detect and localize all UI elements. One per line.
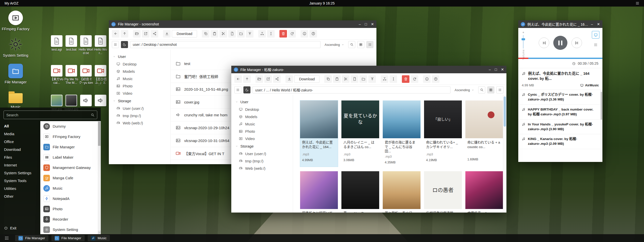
category-media[interactable]: Media: [0, 130, 40, 138]
desktop-icon-system-setting[interactable]: System Setting: [2, 37, 30, 57]
sidebar-header-user[interactable]: User: [231, 98, 293, 106]
close-button[interactable]: ✕: [371, 22, 374, 26]
file-card[interactable]: 君が夜の海に還るまで _ こんにちは谷田... .mp3 4.35MB: [383, 100, 421, 167]
upload-button[interactable]: [246, 30, 253, 38]
playlist-item[interactable]: HAPPY BIRTHDAY _ back number cover. by 柘…: [518, 105, 600, 120]
sidebar-item-models[interactable]: Models: [109, 68, 170, 75]
sidebar-item-tmp-drive[interactable]: tmp (tmp:/): [109, 112, 170, 119]
new-file-button[interactable]: [351, 75, 358, 83]
search-button[interactable]: [478, 86, 485, 93]
volume-plus[interactable]: +: [522, 30, 524, 34]
list-menu-button[interactable]: [234, 86, 241, 93]
scrollbar-thumb[interactable]: [98, 122, 101, 146]
category-system-tools[interactable]: System Tools: [0, 177, 40, 185]
refresh-button[interactable]: [288, 30, 296, 38]
breadcrumb[interactable]: user: / Desktop / screenshot: [130, 41, 320, 48]
file-card[interactable]: 「寂しい」 命に嫌われている+ _ カンザキイオリ... .mp3 4.19MB: [424, 100, 462, 167]
paste-button[interactable]: [211, 30, 218, 38]
maximize-button[interactable]: □: [495, 68, 497, 71]
scrollbar[interactable]: [600, 90, 602, 162]
desktop-file[interactable]: Hello World.txt: [79, 35, 93, 65]
system-menu-title[interactable]: My ArOZ: [5, 1, 18, 5]
help-button[interactable]: [309, 30, 317, 38]
category-all[interactable]: All: [0, 122, 40, 130]
minimize-button[interactable]: –: [591, 22, 593, 26]
sidebar-item-video[interactable]: Video: [231, 135, 293, 142]
scrollbar-thumb[interactable]: [601, 92, 602, 120]
sidebar-header-storage[interactable]: Storage: [231, 142, 293, 150]
grid-view-button[interactable]: [487, 86, 494, 93]
app-item-manga-cafe[interactable]: Manga Cafe: [40, 173, 98, 183]
dark-mode-button[interactable]: [243, 86, 250, 93]
desktop-file[interactable]: test.agi: [49, 35, 64, 65]
category-other[interactable]: Other: [0, 192, 40, 200]
desktop-icon-file-manager[interactable]: File Manager: [2, 64, 30, 84]
sidebar-item-music[interactable]: Music: [109, 75, 170, 82]
file-card[interactable]: 命に嫌われている + acoustic co... 1.69MB: [465, 100, 503, 167]
sidebar-item-models[interactable]: Models: [231, 113, 293, 120]
title-bar[interactable]: 例えば、今此処に置かれた花に _ 164 c... – ✕: [518, 20, 602, 28]
app-item-photo[interactable]: Photo: [40, 204, 98, 214]
delete-button[interactable]: [402, 75, 409, 83]
delete-button[interactable]: [279, 30, 287, 38]
desktop-icon-ffmpeg-factory[interactable]: FFmpeg Factory: [2, 11, 30, 31]
cut-button[interactable]: [219, 30, 227, 38]
back-button[interactable]: [234, 75, 242, 83]
cast-button[interactable]: [592, 31, 599, 39]
paste-button[interactable]: [333, 75, 341, 83]
share-button[interactable]: [273, 75, 281, 83]
list-view-button[interactable]: [496, 86, 503, 93]
up-button[interactable]: [121, 30, 128, 38]
open-in-new-button[interactable]: [264, 75, 272, 83]
download-icon-button[interactable]: [163, 30, 171, 38]
sidebar-item-user-drive[interactable]: User (user:/): [109, 105, 170, 112]
next-button[interactable]: [571, 38, 582, 48]
app-item-label-maker[interactable]: Label Maker: [40, 152, 98, 162]
download-button[interactable]: Download: [294, 75, 319, 83]
app-item-file-manager[interactable]: File Manager: [40, 142, 98, 152]
taskbar-task-file-manager-1[interactable]: File Manager: [15, 235, 48, 241]
title-bar[interactable]: File Manager - 柘榴-zakuro- – □ ✕: [231, 66, 506, 73]
playlist-item[interactable]: In Your Hands _ yusukeP cover. by 柘榴-zak…: [518, 120, 600, 134]
topbar-menu-icon[interactable]: [635, 1, 639, 5]
back-button[interactable]: [112, 30, 119, 38]
desktop-file[interactable]: Fly Me To The M...: [64, 65, 79, 95]
help-button[interactable]: [432, 75, 439, 83]
volume-handle[interactable]: [522, 38, 525, 40]
category-files[interactable]: Files: [0, 153, 40, 161]
desktop-icon-music[interactable]: Music: [2, 90, 30, 109]
sort-select[interactable]: Ascending: [453, 88, 476, 92]
sort-select[interactable]: Ascending: [323, 43, 346, 47]
sidebar-item-web-drive[interactable]: Web (web:/): [109, 119, 170, 127]
copy-button[interactable]: [202, 30, 209, 38]
open-button[interactable]: [255, 75, 263, 83]
sidebar-item-desktop[interactable]: Desktop: [231, 106, 293, 113]
rename-button[interactable]: [390, 75, 397, 83]
file-card[interactable]: 夏を見ているかな 八月のレイニー _ はるまきごはん co... .mp3 3.…: [341, 100, 379, 167]
taskbar-task-music[interactable]: Music: [88, 235, 110, 241]
sidebar-header-storage[interactable]: Storage: [109, 97, 170, 105]
refresh-button[interactable]: [411, 75, 418, 83]
breadcrumb[interactable]: user: / ... / Hello World / 柘榴-zakuro-: [252, 86, 450, 93]
minimize-button[interactable]: –: [359, 22, 361, 26]
up-button[interactable]: [243, 75, 251, 83]
list-menu-button[interactable]: [112, 41, 119, 48]
file-card[interactable]: 病愛吸壺 _ Avase...: [465, 171, 503, 213]
volume-slider[interactable]: + Volume: [522, 30, 525, 60]
file-card[interactable]: 四季折々に揺蕩いて...: [300, 171, 338, 213]
sidebar-item-desktop[interactable]: Desktop: [109, 60, 170, 68]
app-item-recorder[interactable]: Recorder: [40, 214, 98, 224]
maximize-button[interactable]: □: [365, 22, 367, 26]
sidebar-item-video[interactable]: Video: [109, 90, 170, 97]
sidebar-item-tmp-drive[interactable]: tmp (tmp:/): [231, 157, 293, 165]
list-view-button[interactable]: [366, 41, 373, 48]
sidebar-item-photo[interactable]: Photo: [231, 128, 293, 135]
sidebar-item-web-drive[interactable]: Web (web:/): [231, 165, 293, 172]
app-list-scrollbar[interactable]: [98, 121, 101, 234]
scrollbar-thumb[interactable]: [504, 96, 506, 127]
playlist-item[interactable]: KING _ Kanaria cover. by 柘榴-zakuro-.mp3 …: [518, 134, 600, 149]
desktop-file[interactable]: 【東方Vocal...: [49, 65, 64, 95]
app-item-management-gateway[interactable]: Management Gateway: [40, 162, 98, 173]
close-button[interactable]: ✕: [501, 68, 504, 71]
open-button[interactable]: [133, 30, 141, 38]
